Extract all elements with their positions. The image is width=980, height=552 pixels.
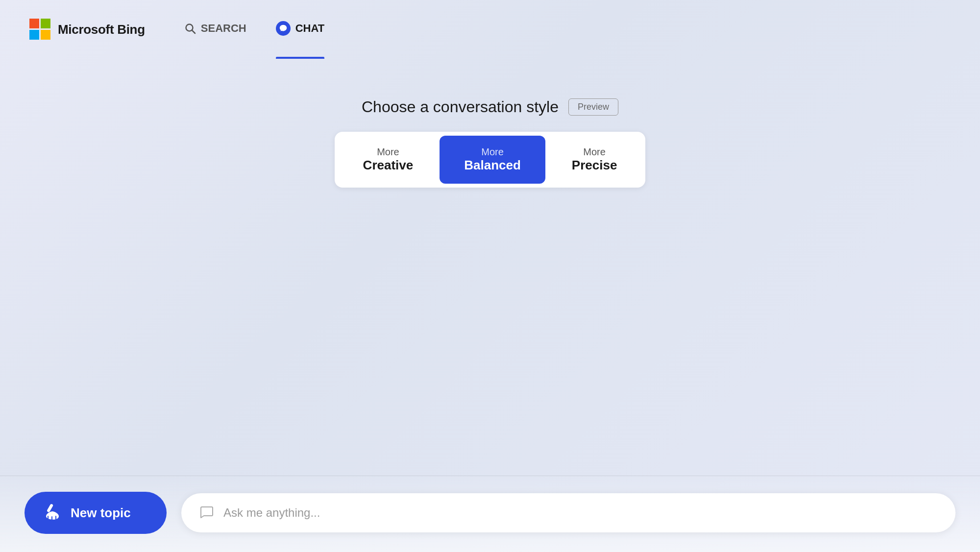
broom-icon xyxy=(42,503,63,523)
conversation-style-section: Choose a conversation style Preview More… xyxy=(335,98,646,188)
style-title: Choose a conversation style xyxy=(362,98,559,116)
chat-tab-label: CHAT xyxy=(295,22,324,35)
style-balanced-bottom: Balanced xyxy=(464,158,521,173)
bottom-bar: New topic Ask me anything... xyxy=(0,474,980,552)
style-precise-bottom: Precise xyxy=(572,158,617,173)
tab-chat[interactable]: CHAT xyxy=(276,0,324,59)
chat-input-bar[interactable]: Ask me anything... xyxy=(181,493,956,532)
logo-text: Microsoft Bing xyxy=(58,22,145,37)
style-creative-top: More xyxy=(377,146,399,158)
logo-area: Microsoft Bing xyxy=(29,19,145,40)
new-topic-label: New topic xyxy=(71,505,131,521)
style-creative-bottom: Creative xyxy=(363,158,414,173)
nav-tabs: SEARCH CHAT xyxy=(184,0,324,59)
svg-rect-1 xyxy=(41,19,50,28)
header: Microsoft Bing SEARCH CHAT xyxy=(0,0,980,59)
chat-icon xyxy=(276,21,291,36)
chat-bubble-icon xyxy=(199,505,215,521)
preview-button[interactable]: Preview xyxy=(568,98,618,116)
new-topic-button[interactable]: New topic xyxy=(24,492,167,534)
search-tab-label: SEARCH xyxy=(201,22,246,35)
style-balanced-top: More xyxy=(481,146,504,158)
microsoft-logo xyxy=(29,19,51,40)
style-option-balanced[interactable]: More Balanced xyxy=(440,136,545,184)
search-icon xyxy=(184,23,196,34)
style-selector: More Creative More Balanced More Precise xyxy=(335,132,646,188)
svg-rect-2 xyxy=(29,30,39,40)
svg-rect-6 xyxy=(47,504,53,513)
style-precise-top: More xyxy=(583,146,606,158)
svg-rect-0 xyxy=(29,19,39,28)
style-option-precise[interactable]: More Precise xyxy=(547,136,642,184)
style-option-creative[interactable]: More Creative xyxy=(339,136,438,184)
main-content: Choose a conversation style Preview More… xyxy=(0,59,980,188)
chat-placeholder: Ask me anything... xyxy=(223,506,938,520)
svg-rect-3 xyxy=(41,30,50,40)
tab-search[interactable]: SEARCH xyxy=(184,0,246,59)
svg-line-5 xyxy=(192,30,195,33)
style-header: Choose a conversation style Preview xyxy=(362,98,618,116)
